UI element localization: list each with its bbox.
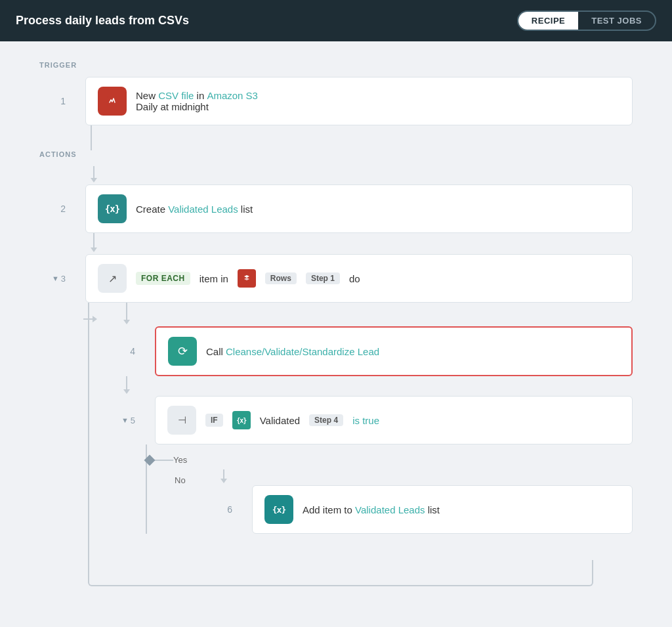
step-4-text: Call Cleanse/Validate/Standardize Lead [206,346,379,357]
step1-badge: Step 1 [306,272,340,284]
step-4-number: 4 [109,346,135,357]
rows-badge: Rows [265,272,297,284]
vline-3a [93,233,94,248]
arrow-tip-3 [91,248,97,252]
tab-recipe[interactable]: RECIPE [518,12,578,30]
arrow-down-6 [220,469,227,485]
validated-leads-link-2[interactable]: Validated Leads [168,204,238,215]
vline-4a [126,303,127,320]
step-4-row: 4 ⟳ Call Cleanse/Validate/Standardize Le… [109,326,633,376]
variables-icon: {x} [98,194,127,223]
foreach-nested-area: 4 ⟳ Call Cleanse/Validate/Standardize Le… [88,303,633,560]
step-3-number: ▼3 [39,274,66,284]
step-5-card-col: ⊣ IF {x} Validated Step 4 is true [146,396,633,444]
yes-label: Yes [173,455,187,465]
step-1-row: 1 New CSV file in Amazon S3 Daily at mid… [39,77,633,125]
step-5-arrow: ▼ [121,416,129,424]
tab-group: RECIPE TEST JOBS [517,11,656,31]
trigger-label: TRIGGER [39,61,633,69]
connector-actions-2 [76,166,633,184]
step-1-sub-text: Daily at midnight [136,101,258,112]
yes-horiz-line [154,460,173,461]
vert-line-1 [91,125,92,150]
step-2-text: Create Validated Leads list [136,204,253,215]
csv-file-link[interactable]: CSV file [158,90,194,101]
loop-closing-bracket [88,560,593,586]
step-2-row: 2 {x} Create Validated Leads list [39,184,633,233]
main-content: TRIGGER 1 New CSV file in Amazon S3 Dail… [0,41,672,627]
if-branch-icon: ⊣ [167,406,196,435]
step-3-card-col: ↗ FOR EACH item in Rows Step 1 do [76,254,633,303]
step-2-card[interactable]: {x} Create Validated Leads list [85,184,633,233]
vline-2a [93,166,94,178]
tab-test-jobs[interactable]: TEST JOBS [578,12,655,30]
connector-2-3 [76,233,633,254]
step-6-area: 6 {x} Add item to Validated Leads list [206,469,633,534]
step-1-text: New CSV file in Amazon S3 Daily at midni… [136,90,258,112]
arrow-tip-2 [91,178,97,183]
connector-1-2 [76,125,633,150]
step-5-row: ▼5 ⊣ IF {x} Validated Step 4 is true [109,396,633,444]
step-3-row: ▼3 ↗ FOR EACH item in Rows Step 1 [39,254,633,303]
step-3-card[interactable]: ↗ FOR EACH item in Rows Step 1 do [85,254,633,303]
arrow-down-4 [123,303,130,326]
page-title: Process daily leads from CSVs [16,14,189,28]
arrow-tip-6 [220,479,227,483]
actions-label: ACTIONS [39,150,633,158]
connector-4-5 [109,376,633,396]
yes-no-content: Yes No [147,444,633,534]
step-4-card[interactable]: ⟳ Call Cleanse/Validate/Standardize Lead [155,326,633,376]
call-icon: ⟳ [168,337,197,366]
validated-leads-link-6[interactable]: Validated Leads [355,504,425,515]
horiz-arrow-line [83,318,93,320]
amazon-s3-icon [98,87,127,116]
if-badge: IF [205,414,223,427]
step-1-card-col: New CSV file in Amazon S3 Daily at midni… [76,77,633,125]
rows-datasource-icon [238,269,256,288]
yes-branch-row: Yes [146,455,633,465]
vline-6a [223,469,224,479]
arrow-down-2 [91,166,97,184]
arrow-down-3 [91,233,97,254]
yes-diamond [144,454,156,465]
add-item-icon: {x} [264,495,293,524]
loop-entry-arrow [83,316,97,322]
loop-inner-content: 4 ⟳ Call Cleanse/Validate/Standardize Le… [89,303,633,560]
step-5-number: ▼5 [109,416,135,425]
validated-text: Validated [260,415,300,426]
step-6-card-col: {x} Add item to Validated Leads list [243,485,633,534]
arrow-tip-4 [123,320,130,324]
vline-5a [126,376,127,389]
connector-3-4 [109,303,633,326]
step-6-row: 6 {x} Add item to Validated Leads list [206,485,633,534]
foreach-loop-icon: ↗ [98,264,127,293]
step-6-number: 6 [206,504,232,515]
top-bar: Process daily leads from CSVs RECIPE TES… [0,0,672,41]
step-3-item-text: item in [200,273,228,284]
cleanse-validate-link[interactable]: Cleanse/Validate/Standardize Lead [226,346,379,357]
foreach-badge: FOR EACH [136,272,190,285]
branches-area: Yes No [146,444,633,534]
loop-bottom-space [109,534,633,560]
step-2-number: 2 [39,204,66,214]
arrow-to-6 [220,469,633,485]
right-arrow-tip [93,316,97,322]
step-5-card[interactable]: ⊣ IF {x} Validated Step 4 is true [155,396,633,444]
step-4-card-col: ⟳ Call Cleanse/Validate/Standardize Lead [146,326,633,376]
loop-left-line [88,303,89,560]
step-1-main-text: New CSV file in Amazon S3 [136,90,258,101]
arrow-tip-5 [123,389,130,394]
is-true-text: is true [352,415,379,426]
step5-icon: {x} [232,411,251,429]
amazon-s3-link[interactable]: Amazon S3 [207,90,258,101]
step-3-arrow: ▼ [52,274,59,282]
step-1-card[interactable]: New CSV file in Amazon S3 Daily at midni… [85,77,633,125]
no-label: No [175,475,186,485]
step-2-card-col: {x} Create Validated Leads list [76,184,633,233]
step-6-text: Add item to Validated Leads list [303,504,440,515]
step-1-number: 1 [39,96,66,106]
arrow-down-5 [123,376,130,396]
do-text: do [349,273,360,284]
step4-badge: Step 4 [309,414,343,426]
step-6-card[interactable]: {x} Add item to Validated Leads list [252,485,633,534]
